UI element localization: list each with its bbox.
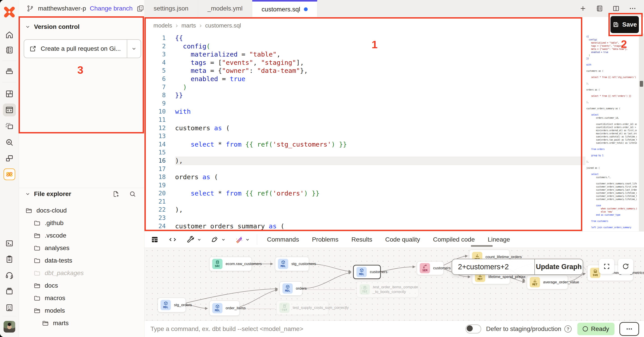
code-line-3[interactable]: 3 materialized = "table", xyxy=(144,50,586,58)
chevron-down-icon[interactable] xyxy=(196,237,202,242)
chevron-down-icon[interactable] xyxy=(221,237,226,242)
refresh-button[interactable] xyxy=(618,259,633,274)
breadcrumb-item[interactable]: marts xyxy=(181,22,196,29)
tree-item-analyses[interactable]: analyses xyxy=(19,242,144,254)
tree-item--vscode[interactable]: .vscode xyxy=(19,229,144,242)
panel-tab-code-quality[interactable]: Code quality xyxy=(385,236,420,243)
command-input[interactable] xyxy=(144,325,466,333)
code-line-16[interactable]: 16), xyxy=(144,157,586,165)
tree-item--github[interactable]: .github xyxy=(19,217,144,229)
lineage-node-test-supply[interactable]: TSTtest_supply_costs_sum_correctly xyxy=(276,301,328,315)
chevron-down-icon[interactable] xyxy=(245,237,250,242)
tree-item-docs-cloud[interactable]: docs-cloud xyxy=(19,204,144,217)
lineage-node-average-order-value[interactable]: METaverage_order_value xyxy=(527,275,568,289)
panel-tab-compiled-code[interactable]: Compiled code xyxy=(433,236,475,243)
code-line-6[interactable]: 6 enabled = true xyxy=(144,75,586,83)
add-tab-icon[interactable] xyxy=(579,5,587,12)
wand-tool-icon[interactable] xyxy=(234,235,243,244)
create-pr-button[interactable]: Create a pull request on Gi... xyxy=(24,39,141,58)
split-view-icon[interactable] xyxy=(612,5,620,12)
code-line-20[interactable]: 20 select * from {{ ref('orders') }} xyxy=(144,189,586,198)
search-icon[interactable] xyxy=(129,190,136,198)
code-line-23[interactable]: 23 xyxy=(144,214,586,222)
code-editor[interactable]: models›marts›customers.sql 1{{2 config(3… xyxy=(144,17,644,231)
rail-code-icon[interactable] xyxy=(3,103,16,116)
code-line-19[interactable]: 19 xyxy=(144,181,586,190)
code-line-7[interactable]: 7 ) xyxy=(144,83,586,91)
rail-book-icon[interactable] xyxy=(5,287,14,296)
code-line-21[interactable]: 21 xyxy=(144,198,586,206)
panel-tab-lineage[interactable]: Lineage xyxy=(488,236,510,243)
file-explorer-header[interactable]: File explorer xyxy=(25,190,71,198)
code-line-11[interactable]: 11 xyxy=(144,116,586,124)
create-pr-dropdown[interactable] xyxy=(127,40,141,58)
lineage-node-raw-customers[interactable]: SRCecom.raw_customers xyxy=(209,257,252,271)
selector-input[interactable]: 2+customers+2 xyxy=(452,259,535,275)
code-line-2[interactable]: 2 config( xyxy=(144,42,586,50)
defer-toggle[interactable] xyxy=(466,325,481,334)
more-actions-button[interactable] xyxy=(620,322,639,336)
tab-_models-yml[interactable]: _models.yml xyxy=(198,0,252,17)
tab-customers-sql[interactable]: customers.sql xyxy=(252,0,317,17)
code-line-5[interactable]: 5 meta = {"owner": "data-team"}, xyxy=(144,67,586,75)
rail-home-icon[interactable] xyxy=(5,30,14,39)
breadcrumb-item[interactable]: customers.sql xyxy=(205,22,241,29)
lineage-node-stg-orders[interactable]: MDLstg_orders xyxy=(158,298,186,313)
version-control-header[interactable]: Version control xyxy=(25,23,80,30)
editor-scrollbar[interactable] xyxy=(639,33,644,231)
code-line-10[interactable]: 10with xyxy=(144,107,586,116)
code-line-13[interactable]: 13 xyxy=(144,132,586,140)
code-line-12[interactable]: 12customers as ( xyxy=(144,124,586,132)
panel-tab-commands[interactable]: Commands xyxy=(267,236,299,243)
rail-atom-icon[interactable] xyxy=(4,168,15,180)
broom-tool-icon[interactable] xyxy=(210,235,219,244)
code-area[interactable]: 1{{2 config(3 materialized = "table",4 t… xyxy=(144,34,586,230)
panel-tab-problems[interactable]: Problems xyxy=(312,236,338,243)
rail-windows-icon[interactable] xyxy=(5,154,14,163)
tree-item-dbt_packages[interactable]: dbt_packages xyxy=(19,267,144,279)
table-tool-icon[interactable] xyxy=(150,235,159,244)
lineage-node-order-items[interactable]: MDLorder_items xyxy=(209,301,240,316)
lineage-node-test-order-items[interactable]: TSTtest_order_items_compute _to_bools_co… xyxy=(357,281,418,298)
user-avatar[interactable] xyxy=(4,321,15,333)
code-slash-tool-icon[interactable] xyxy=(168,235,177,244)
fullscreen-button[interactable] xyxy=(599,259,614,274)
code-line-22[interactable]: 22), xyxy=(144,206,586,214)
save-button[interactable]: Save xyxy=(610,16,639,33)
copy-branch-icon[interactable] xyxy=(137,5,144,12)
create-pr-button-main[interactable]: Create a pull request on Gi... xyxy=(24,40,127,58)
code-line-24[interactable]: 24customer_orders_summary as ( xyxy=(144,222,586,230)
lineage-node-orders[interactable]: MDLorders xyxy=(280,281,302,296)
change-branch-link[interactable]: Change branch xyxy=(90,5,132,12)
rail-headset-icon[interactable] xyxy=(5,271,14,280)
rail-clipboard-icon[interactable] xyxy=(5,255,14,264)
rail-terminal-icon[interactable] xyxy=(5,239,14,248)
code-line-15[interactable]: 15 xyxy=(144,148,586,157)
lineage-node-customers-model[interactable]: MDLcustomers xyxy=(353,265,381,279)
rail-notebook-icon[interactable] xyxy=(5,45,14,54)
help-icon[interactable]: ? xyxy=(564,325,572,333)
code-line-4[interactable]: 4 tags = ["events", "staging"], xyxy=(144,58,586,67)
code-line-14[interactable]: 14 select * from {{ ref('stg_customers')… xyxy=(144,140,586,149)
update-graph-button[interactable]: Update Graph xyxy=(535,259,583,275)
minimap[interactable]: {{ config( materialized = "table", tags … xyxy=(586,35,637,230)
panel-tab-results[interactable]: Results xyxy=(351,236,372,243)
tree-item-models[interactable]: models xyxy=(19,304,144,317)
rail-drawers-icon[interactable] xyxy=(5,67,14,75)
more-options-icon[interactable] xyxy=(629,5,636,12)
tree-item-macros[interactable]: macros xyxy=(19,292,144,304)
lineage-node-stg-customers[interactable]: MDLstg_customers xyxy=(275,257,309,271)
tree-item-marts[interactable]: marts xyxy=(19,317,144,330)
lineage-node-customers-sem[interactable]: SEMcustomers xyxy=(417,261,444,275)
code-line-1[interactable]: 1{{ xyxy=(144,34,586,42)
rail-search-chart-icon[interactable] xyxy=(5,138,14,147)
code-line-18[interactable]: 18orders as ( xyxy=(144,173,586,181)
wrench-tool-icon[interactable] xyxy=(186,235,195,244)
new-file-icon[interactable] xyxy=(112,190,120,198)
breadcrumb-item[interactable]: models xyxy=(154,22,172,29)
dbt-logo-icon[interactable] xyxy=(3,6,16,18)
tree-item-data-tests[interactable]: data-tests xyxy=(19,254,144,267)
scrollbar-thumb[interactable] xyxy=(640,81,643,87)
rail-frame-icon[interactable] xyxy=(5,122,14,131)
rail-dashboard-icon[interactable] xyxy=(5,89,14,98)
